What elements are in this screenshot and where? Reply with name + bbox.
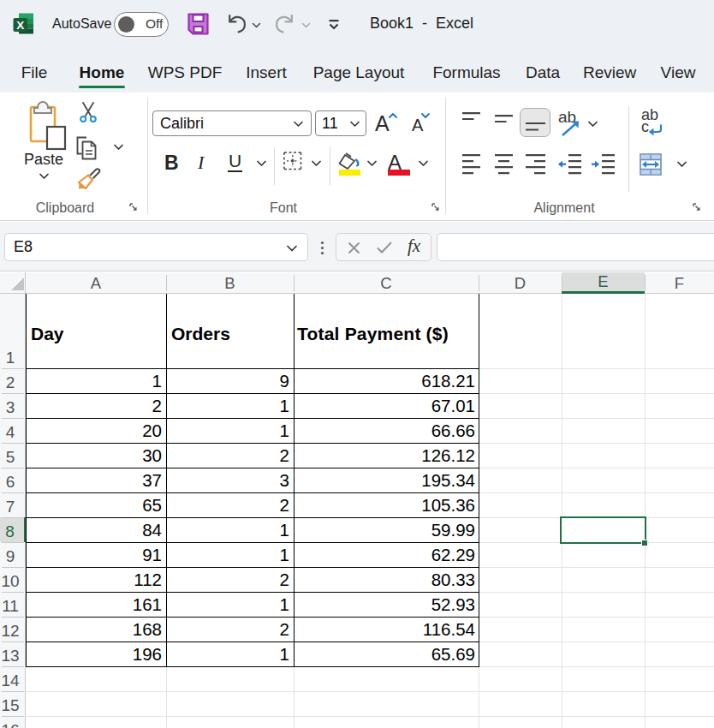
svg-text:X: X [16,19,24,32]
